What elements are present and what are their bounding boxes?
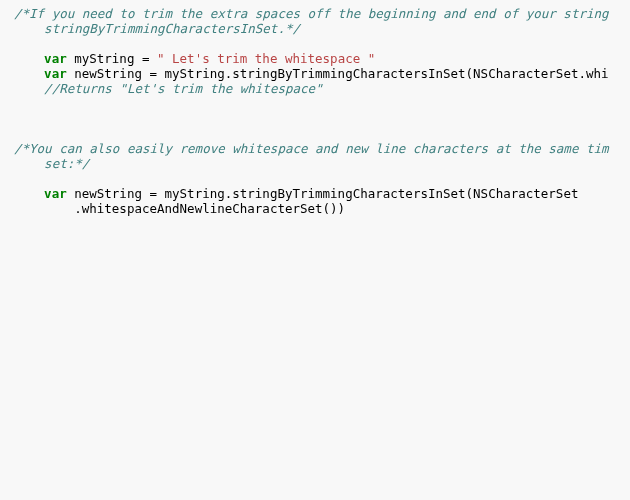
comment-line: //Returns "Let's trim the whitespace": [44, 81, 322, 96]
indent: [14, 66, 44, 81]
expression: myString.stringByTrimmingCharactersInSet…: [165, 66, 609, 81]
string-literal: " Let's trim the whitespace ": [157, 51, 375, 66]
operator: =: [142, 66, 165, 81]
expression: .whitespaceAndNewlineCharacterSet()): [74, 201, 345, 216]
indent: [14, 201, 74, 216]
expression: myString.stringByTrimmingCharactersInSet…: [165, 186, 579, 201]
code-block: /*If you need to trim the extra spaces o…: [0, 0, 630, 216]
identifier: newString: [74, 186, 142, 201]
operator: =: [142, 186, 165, 201]
operator: =: [134, 51, 157, 66]
comment-line: /*If you need to trim the extra spaces o…: [14, 6, 609, 21]
comment-line: set:*/: [14, 156, 89, 171]
keyword-var: var: [44, 66, 67, 81]
keyword-var: var: [44, 51, 67, 66]
comment-line: stringByTrimmingCharactersInSet.*/: [14, 21, 300, 36]
comment-line: /*You can also easily remove whitespace …: [14, 141, 609, 156]
indent: [14, 186, 44, 201]
indent: [14, 51, 44, 66]
keyword-var: var: [44, 186, 67, 201]
identifier: newString: [74, 66, 142, 81]
indent: [14, 81, 44, 96]
identifier: myString: [74, 51, 134, 66]
